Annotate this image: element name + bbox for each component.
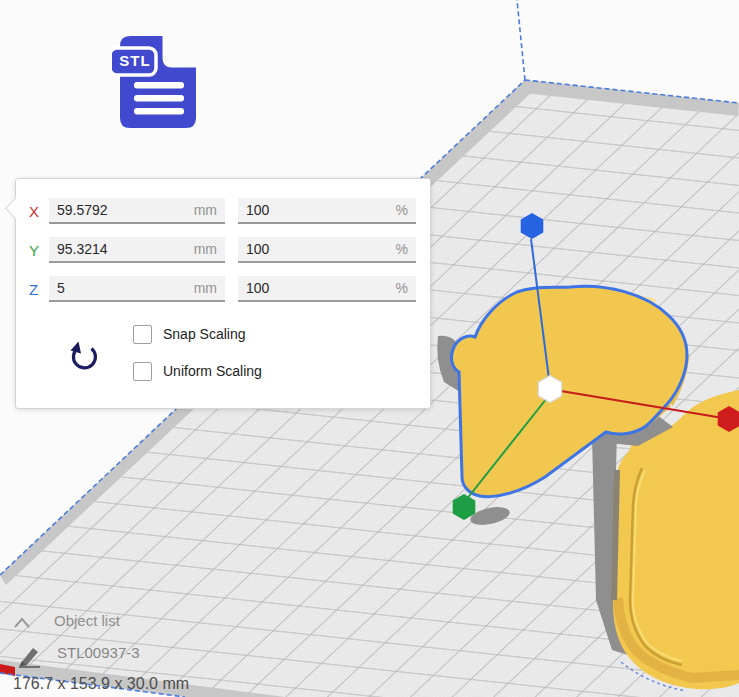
uniform-scaling-row: Uniform Scaling bbox=[133, 361, 262, 381]
uniform-scaling-checkbox[interactable] bbox=[133, 362, 152, 381]
scale-row-z: Z mm % bbox=[16, 276, 430, 304]
object-list-title: Object list bbox=[54, 612, 120, 629]
scale-tool-panel: X mm % Y mm % Z mm % bbox=[15, 178, 431, 409]
scale-y-percent-input[interactable] bbox=[246, 241, 392, 257]
unit-label-percent: % bbox=[396, 241, 408, 257]
object-list-collapse-button[interactable] bbox=[13, 616, 33, 630]
object-list-item[interactable]: STL00937-3 bbox=[57, 644, 140, 661]
unit-label-percent: % bbox=[396, 202, 408, 218]
stl-file-icon: STL bbox=[112, 28, 208, 136]
edit-pencil-icon bbox=[14, 640, 42, 668]
scale-row-y: Y mm % bbox=[16, 237, 430, 265]
reset-scale-button[interactable] bbox=[64, 337, 104, 377]
model-dimensions-label: 176.7 x 153.9 x 30.0 mm bbox=[13, 675, 189, 693]
scale-x-mm-input[interactable] bbox=[57, 202, 190, 218]
unit-label-mm: mm bbox=[194, 202, 217, 218]
scale-x-percent-input[interactable] bbox=[246, 202, 392, 218]
folded-corner bbox=[164, 36, 196, 66]
scale-z-mm-input[interactable] bbox=[57, 280, 190, 296]
axis-label-z: Z bbox=[29, 281, 47, 298]
unit-label-percent: % bbox=[396, 280, 408, 296]
scale-y-mm-input[interactable] bbox=[57, 241, 190, 257]
snap-scaling-row: Snap Scaling bbox=[133, 324, 246, 344]
snap-scaling-checkbox[interactable] bbox=[133, 325, 152, 344]
chevron-up-icon bbox=[15, 619, 29, 627]
unit-label-mm: mm bbox=[194, 280, 217, 296]
scale-z-percent-input[interactable] bbox=[246, 280, 392, 296]
snap-scaling-label: Snap Scaling bbox=[163, 326, 246, 342]
axis-label-y: Y bbox=[29, 242, 47, 259]
scale-row-x: X mm % bbox=[16, 198, 430, 226]
axis-label-x: X bbox=[29, 203, 47, 220]
uniform-scaling-label: Uniform Scaling bbox=[163, 363, 262, 379]
unit-label-mm: mm bbox=[194, 241, 217, 257]
reset-rotate-icon bbox=[64, 337, 104, 377]
stl-badge-label: STL bbox=[115, 52, 155, 69]
